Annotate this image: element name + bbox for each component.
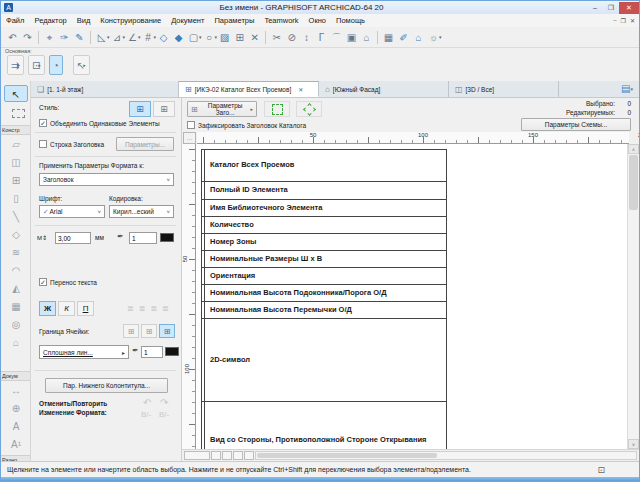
line-pen-field[interactable] — [141, 346, 163, 358]
minimize-button[interactable]: – — [587, 2, 603, 14]
close-button[interactable]: ✕ — [619, 2, 639, 14]
arrow-mode-button[interactable]: ↖ ▸ — [73, 55, 90, 75]
style-grid-button[interactable]: ⊞ — [153, 101, 175, 117]
pen-number-field[interactable] — [129, 232, 157, 244]
lock-header-checkbox[interactable]: Зафиксировать Заголовок Каталога — [187, 121, 306, 129]
undo-icon[interactable]: ↶ — [5, 30, 20, 45]
menu-options[interactable]: Параметры — [209, 16, 259, 25]
roof-tool[interactable]: ≋ — [4, 244, 28, 261]
undo-format-icon[interactable]: ↶ — [143, 397, 151, 408]
border-none-button[interactable]: ⊞ — [123, 324, 139, 338]
align-left-icon[interactable]: ≣ — [127, 304, 134, 313]
cancel-icon[interactable]: ✕ — [247, 30, 262, 45]
ruler-corner-button[interactable]: … — [183, 132, 196, 144]
align-right-icon[interactable]: ≣ — [150, 304, 157, 313]
maximize-button[interactable]: ❐ — [603, 2, 619, 14]
line-color-swatch[interactable] — [165, 347, 179, 356]
scheme-settings-button[interactable]: Параметры Схемы... — [521, 118, 631, 131]
border-all-button[interactable]: ⊞ — [159, 324, 175, 338]
tab-elevation[interactable]: ⌂ [Южный Фасад] — [319, 81, 449, 97]
level-dimension-tool[interactable]: ⊕ — [4, 400, 28, 417]
wrap-text-checkbox[interactable]: ✓ Перенос текста — [39, 278, 97, 286]
figure-icon[interactable]: ▣ — [344, 30, 359, 45]
label-tool[interactable]: A¹ — [4, 436, 28, 453]
table-row[interactable]: Номинальные Размеры Ш х В — [202, 251, 447, 268]
table-row[interactable]: Номер Зоны — [202, 234, 447, 251]
mesh-tool[interactable]: ▦ — [4, 298, 28, 315]
encoding-select[interactable]: Кирил...еский ˅ — [109, 205, 174, 218]
zoom-out-button[interactable] — [211, 451, 221, 460]
marquee-store-button[interactable]: ⊡ ▸ — [28, 55, 45, 75]
menu-file[interactable]: Файл — [1, 16, 29, 25]
redo-icon[interactable]: ↷ — [20, 30, 35, 45]
selection-store-button[interactable]: ⇉ ▸ — [7, 55, 24, 75]
horizontal-scrollbar[interactable] — [255, 451, 637, 460]
pen-icon[interactable]: ✎ — [72, 30, 87, 45]
table-row[interactable]: 2D-символ — [202, 319, 447, 402]
header-row-checkbox[interactable]: Строка Заголовка — [39, 140, 104, 148]
format-toggle-1[interactable]: В/- — [141, 410, 151, 419]
line-type-select[interactable]: Сплошная лин... ▸ — [39, 345, 129, 359]
3d-cutaway-icon[interactable]: ▦ — [381, 30, 396, 45]
intersect-icon[interactable]: Γ — [314, 30, 329, 45]
dropdown-arrow-icon[interactable]: ▾ — [439, 34, 442, 40]
schedule-canvas[interactable]: Каталог Всех Проемов Полный ID Элемента … — [196, 144, 629, 449]
header-options-button[interactable]: ⊞ Параметры Заго... ▸ — [187, 101, 257, 117]
split-icon[interactable]: ✂ — [269, 30, 284, 45]
horizontal-ruler[interactable]: 50 100 150 200 — [197, 132, 629, 144]
menu-view[interactable]: Вид — [72, 16, 96, 25]
beam-tool[interactable]: ╲ — [4, 208, 28, 225]
apply-format-select[interactable]: Заголовок ˅ — [39, 173, 174, 186]
table-row[interactable]: Номинальная Высота Подоконника/Порога О/… — [202, 285, 447, 302]
format-toggle-2[interactable]: В/- — [159, 410, 169, 419]
menu-window[interactable]: Окно — [304, 16, 331, 25]
select-all-button[interactable] — [264, 101, 290, 117]
pen-color-swatch[interactable] — [160, 233, 174, 242]
menu-help[interactable]: Помощь — [331, 16, 370, 25]
menu-design[interactable]: Конструирование — [95, 16, 166, 25]
orient-button[interactable] — [244, 451, 254, 460]
zoom-icon[interactable]: ⊘ — [284, 30, 299, 45]
fit-view-button[interactable] — [233, 451, 243, 460]
column-tool[interactable]: ▯ — [4, 190, 28, 207]
align-center-icon[interactable]: ≣ — [139, 304, 146, 313]
door-tool[interactable]: ◫ — [4, 154, 28, 171]
schedule-icon[interactable]: ⊞ — [232, 30, 247, 45]
toolbox-section-design[interactable]: Констр — [1, 125, 30, 135]
doc-close-icon[interactable]: ✕ — [630, 17, 635, 24]
merge-items-checkbox[interactable]: ✓ Объединить Одинаковые Элементы — [39, 119, 160, 127]
zone-tool[interactable]: ⌂ — [4, 334, 28, 351]
pickup-parameters-icon[interactable]: ⌖ — [42, 30, 57, 45]
morph-tool[interactable]: ◭ — [4, 280, 28, 297]
fillet-icon[interactable]: ⌒ — [329, 30, 344, 45]
tab-3d[interactable]: ◫ [3D / Все] — [449, 81, 559, 97]
menu-document[interactable]: Документ — [166, 16, 209, 25]
arrow-tool[interactable]: ↖ — [4, 85, 28, 102]
vertical-ruler[interactable]: 50 100 — [182, 144, 196, 449]
quick-select-button[interactable]: ◔ — [49, 55, 63, 75]
doc-minimize-icon[interactable]: – — [613, 17, 616, 24]
font-select[interactable]: ✓ Arial ˅ — [39, 205, 105, 218]
inject-parameters-icon[interactable]: ✑ — [57, 30, 72, 45]
italic-button[interactable]: К — [58, 301, 75, 316]
toolbox-section-document[interactable]: Докум — [1, 371, 30, 381]
text-size-field[interactable] — [55, 232, 91, 244]
bold-button[interactable]: Ж — [39, 301, 56, 316]
scrollbar-thumb[interactable] — [257, 453, 437, 458]
footer-params-button[interactable]: Пар. Нижнего Колонтитула... — [45, 378, 168, 393]
edit-plane-icon[interactable]: ✐ — [396, 30, 411, 45]
tab-overview-button[interactable]: ▤ ▾ — [621, 83, 633, 94]
redo-format-icon[interactable]: ↷ — [160, 397, 168, 408]
zoom-in-button[interactable] — [222, 451, 232, 460]
table-row[interactable]: Номинальная Высота Перемычки О/Д — [202, 302, 447, 319]
object-tool[interactable]: ◎ — [4, 316, 28, 333]
vertical-scrollbar[interactable]: ˄ ˅ — [627, 144, 638, 449]
highlight-icon[interactable]: ▨ — [217, 30, 232, 45]
table-row[interactable]: Количество — [202, 217, 447, 234]
window-tool[interactable]: ⊞ — [4, 172, 28, 189]
menu-edit[interactable]: Редактор — [29, 16, 71, 25]
status-panel-icon[interactable]: ⊡ — [597, 465, 605, 475]
home-icon[interactable]: ⌂ — [359, 30, 374, 45]
scroll-down-icon[interactable]: ˅ — [628, 439, 639, 449]
table-row[interactable]: Вид со Стороны, Противоположной Стороне … — [202, 402, 447, 449]
